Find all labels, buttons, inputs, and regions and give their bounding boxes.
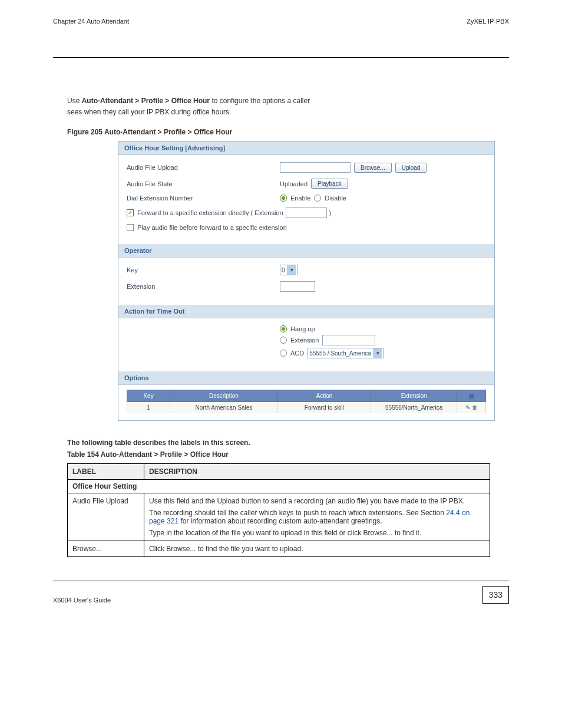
play-before-label: Play audio file before forward to a spec… xyxy=(137,224,287,231)
section-timeout: Action for Time Out xyxy=(118,305,494,318)
opt-row-key: 1 xyxy=(127,402,170,414)
forward-label-pre: Forward to a specific extension directly… xyxy=(137,209,283,216)
doc-row-label: Audio File Upload xyxy=(68,493,144,541)
opt-row-ext: 55556/North_America xyxy=(371,402,457,414)
operator-extension-label: Extension xyxy=(127,283,280,290)
header-subtitle: ZyXEL IP-PBX xyxy=(467,18,509,25)
intro-paragraph: Use Auto-Attendant > Profile > Office Ho… xyxy=(67,95,491,117)
table-row: Browse... Click Browse... to find the fi… xyxy=(68,541,490,557)
disable-radio[interactable] xyxy=(314,195,321,202)
audio-upload-label: Audio File Upload xyxy=(127,164,280,171)
top-rule xyxy=(53,57,509,58)
opt-head-key: Key xyxy=(127,390,170,402)
hangup-label: Hang up xyxy=(290,325,315,332)
intro-suffix: to configure the options a caller xyxy=(211,97,310,105)
opt-head-add[interactable]: ▦ xyxy=(457,390,486,402)
doc-table-caption: The following table describes the labels… xyxy=(67,439,509,447)
doc-section-row: Office Hour Setting xyxy=(68,480,490,493)
intro-prefix: Use xyxy=(67,97,82,105)
timeout-acd-radio[interactable] xyxy=(280,350,287,357)
opt-head-action: Action xyxy=(277,390,371,402)
doc-row-desc: Use this field and the Upload button to … xyxy=(144,493,490,541)
chevron-down-icon: ▾ xyxy=(373,348,382,358)
bottom-rule xyxy=(53,581,509,581)
doc-row-label: Browse... xyxy=(68,541,144,557)
browse-button[interactable]: Browse... xyxy=(354,163,392,173)
timeout-extension-radio[interactable] xyxy=(280,337,287,344)
audio-upload-path-input[interactable] xyxy=(280,162,351,173)
enable-radio[interactable] xyxy=(280,195,287,202)
chapter-title: Chapter 24 Auto Attendant xyxy=(53,18,129,25)
intro-bold: Auto-Attendant > Profile > Office Hour xyxy=(82,97,210,105)
playback-button[interactable]: Playback xyxy=(311,179,348,189)
doc-desc-mid2: for information about recording custom a… xyxy=(180,517,382,525)
doc-desc-bot: Type in the location of the file you wan… xyxy=(149,529,485,537)
audio-state-value: Uploaded xyxy=(280,180,308,187)
screenshot-panel: Office Hour Setting [Advertising] Audio … xyxy=(118,141,495,421)
doc-desc-top: Use this field and the Upload button to … xyxy=(149,497,485,505)
section-options: Options xyxy=(118,371,494,385)
edit-icon[interactable]: ✎ xyxy=(465,404,470,411)
enable-label: Enable xyxy=(290,195,310,202)
section-operator: Operator xyxy=(118,244,494,258)
acd-value: 55555 / South_America xyxy=(309,350,371,357)
intro-line2: sees when they call your IP PBX during o… xyxy=(67,108,231,116)
opt-row-desc: North American Sales xyxy=(170,402,278,414)
add-icon[interactable]: ▦ xyxy=(469,393,474,399)
doc-col-desc: DESCRIPTION xyxy=(144,464,490,480)
section-office-hour: Office Hour Setting [Advertising] xyxy=(118,141,494,155)
play-before-checkbox[interactable] xyxy=(127,224,134,231)
timeout-hangup-radio[interactable] xyxy=(280,325,287,332)
forward-label-post: ) xyxy=(329,209,332,216)
figure-caption: Figure 205 Auto-Attendant > Profile > Of… xyxy=(67,128,509,136)
doc-table-title: Table 154 Auto-Attendant > Profile > Off… xyxy=(67,450,509,459)
operator-key-label: Key xyxy=(127,266,280,274)
opt-row-action: Forward to skill xyxy=(277,402,371,414)
acd-select[interactable]: 55555 / South_America ▾ xyxy=(308,348,384,358)
table-row: 1 North American Sales Forward to skill … xyxy=(127,402,486,414)
operator-extension-input[interactable] xyxy=(280,281,315,292)
opt-head-ext: Extension xyxy=(371,390,457,402)
forward-checkbox[interactable]: ✓ xyxy=(127,209,134,216)
audio-state-label: Audio File State xyxy=(127,180,280,187)
doc-desc-mid: The recording should tell the caller whi… xyxy=(149,509,446,517)
field-description-table: LABEL DESCRIPTION Office Hour Setting Au… xyxy=(67,463,490,557)
page-number: 333 xyxy=(482,586,509,604)
timeout-extension-label: Extension xyxy=(290,337,319,344)
footer: X6004 User's Guide 333 xyxy=(53,586,509,604)
acd-label: ACD xyxy=(290,350,304,357)
disable-label: Disable xyxy=(325,195,346,202)
opt-head-desc: Description xyxy=(170,390,278,402)
timeout-extension-input[interactable] xyxy=(322,335,375,345)
forward-extension-input[interactable] xyxy=(286,207,327,218)
chevron-down-icon: ▾ xyxy=(287,265,296,275)
doc-col-label: LABEL xyxy=(68,464,144,480)
upload-button[interactable]: Upload xyxy=(395,163,427,173)
manual-title: X6004 User's Guide xyxy=(53,597,111,604)
table-row: Audio File Upload Use this field and the… xyxy=(68,493,490,541)
operator-key-select[interactable]: 0 ▾ xyxy=(280,265,297,275)
options-table: Key Description Action Extension ▦ 1 Nor… xyxy=(127,390,486,413)
dial-extension-label: Dial Extension Number xyxy=(127,195,280,202)
doc-row-desc: Click Browse... to find the file you wan… xyxy=(144,541,490,557)
delete-icon[interactable]: 🗑 xyxy=(472,404,478,411)
operator-key-value: 0 xyxy=(282,267,285,274)
